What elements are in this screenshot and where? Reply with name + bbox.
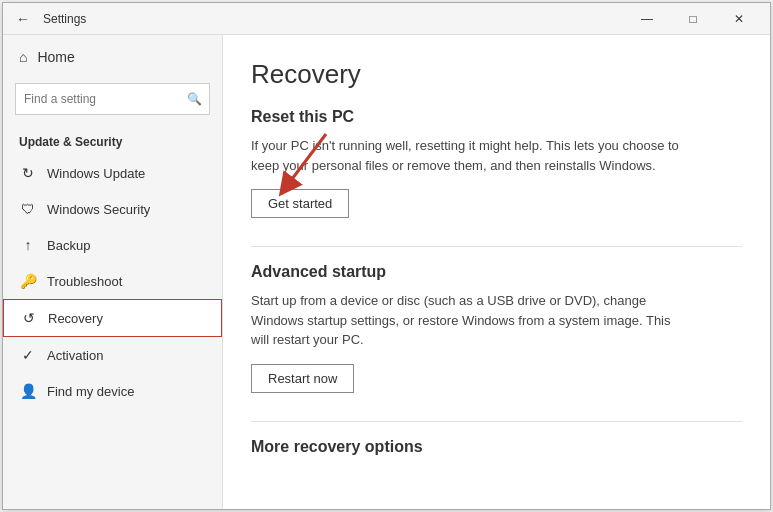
advanced-startup-description: Start up from a device or disc (such as … [251, 291, 681, 350]
more-recovery-section: More recovery options [251, 438, 742, 456]
window-title: Settings [43, 12, 624, 26]
close-button[interactable]: ✕ [716, 3, 762, 35]
sidebar-item-label: Recovery [48, 311, 103, 326]
title-bar: ← Settings — □ ✕ [3, 3, 770, 35]
sidebar-item-label: Troubleshoot [47, 274, 122, 289]
sidebar-item-activation[interactable]: ✓ Activation [3, 337, 222, 373]
find-device-icon: 👤 [19, 383, 37, 399]
sidebar-search-container: 🔍 [15, 83, 210, 115]
minimize-button[interactable]: — [624, 3, 670, 35]
sidebar-item-label: Activation [47, 348, 103, 363]
sidebar-item-troubleshoot[interactable]: 🔑 Troubleshoot [3, 263, 222, 299]
windows-security-icon: 🛡 [19, 201, 37, 217]
section-divider-2 [251, 421, 742, 422]
restart-now-button[interactable]: Restart now [251, 364, 354, 393]
sidebar-item-label: Windows Update [47, 166, 145, 181]
sidebar-item-home[interactable]: ⌂ Home [3, 35, 222, 79]
more-recovery-title: More recovery options [251, 438, 742, 456]
section-divider [251, 246, 742, 247]
advanced-startup-title: Advanced startup [251, 263, 742, 281]
sidebar-home-label: Home [37, 49, 74, 65]
search-input[interactable] [15, 83, 210, 115]
reset-pc-section: Reset this PC If your PC isn't running w… [251, 108, 742, 240]
home-icon: ⌂ [19, 49, 27, 65]
sidebar: ⌂ Home 🔍 Update & Security ↻ Windows Upd… [3, 35, 223, 509]
sidebar-item-label: Backup [47, 238, 90, 253]
sidebar-item-backup[interactable]: ↑ Backup [3, 227, 222, 263]
sidebar-item-label: Find my device [47, 384, 134, 399]
maximize-button[interactable]: □ [670, 3, 716, 35]
sidebar-item-windows-security[interactable]: 🛡 Windows Security [3, 191, 222, 227]
windows-update-icon: ↻ [19, 165, 37, 181]
svg-line-1 [286, 134, 326, 187]
reset-pc-title: Reset this PC [251, 108, 742, 126]
sidebar-section-title: Update & Security [3, 127, 222, 155]
search-icon: 🔍 [187, 92, 202, 106]
window-controls: — □ ✕ [624, 3, 762, 35]
backup-icon: ↑ [19, 237, 37, 253]
settings-window: ← Settings — □ ✕ ⌂ Home 🔍 Update & Secur… [2, 2, 771, 510]
content-area: ⌂ Home 🔍 Update & Security ↻ Windows Upd… [3, 35, 770, 509]
sidebar-item-windows-update[interactable]: ↻ Windows Update [3, 155, 222, 191]
activation-icon: ✓ [19, 347, 37, 363]
advanced-startup-section: Advanced startup Start up from a device … [251, 263, 742, 415]
recovery-icon: ↺ [20, 310, 38, 326]
troubleshoot-icon: 🔑 [19, 273, 37, 289]
sidebar-item-label: Windows Security [47, 202, 150, 217]
arrow-indicator [246, 129, 366, 199]
sidebar-item-recovery[interactable]: ↺ Recovery [3, 299, 222, 337]
main-content: Recovery Reset this PC If your PC isn't … [223, 35, 770, 509]
sidebar-item-find-my-device[interactable]: 👤 Find my device [3, 373, 222, 409]
back-button[interactable]: ← [11, 7, 35, 31]
page-title: Recovery [251, 59, 742, 90]
